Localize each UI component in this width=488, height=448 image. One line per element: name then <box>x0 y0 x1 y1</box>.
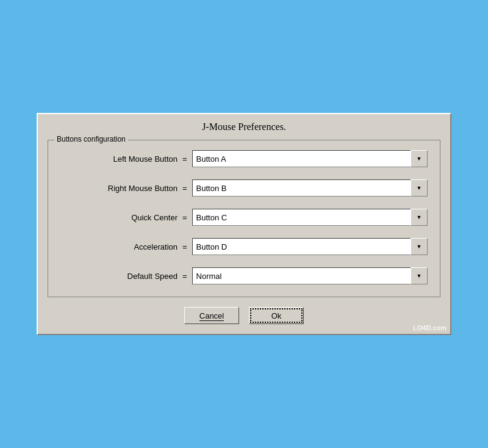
select-right-mouse-button[interactable]: Button AButton BButton CButton D <box>192 179 428 197</box>
equals-default-speed: = <box>182 272 187 281</box>
buttons-configuration-group: Buttons configuration Left Mouse Button=… <box>48 140 440 297</box>
button-row: Cancel Ok <box>48 307 440 324</box>
dialog-title: J-Mouse Preferences. <box>48 121 440 132</box>
label-acceleration: Acceleration <box>60 242 182 251</box>
label-right-mouse-button: Right Mouse Button <box>60 184 182 193</box>
equals-left-mouse-button: = <box>182 154 187 164</box>
label-default-speed: Default Speed <box>60 272 182 281</box>
select-quick-center[interactable]: Button AButton BButton CButton D <box>192 209 428 226</box>
equals-acceleration: = <box>182 242 187 251</box>
watermark: LO4D.com <box>413 324 447 331</box>
select-wrapper-default-speed: SlowNormalFast <box>192 267 428 284</box>
select-acceleration[interactable]: Button AButton BButton CButton D <box>192 238 428 255</box>
group-box-legend: Buttons configuration <box>54 135 128 143</box>
preferences-dialog: J-Mouse Preferences. Buttons configurati… <box>37 113 451 335</box>
label-left-mouse-button: Left Mouse Button <box>60 154 182 164</box>
equals-quick-center: = <box>182 213 187 222</box>
field-row-right-mouse-button: Right Mouse Button=Button AButton BButto… <box>60 179 428 197</box>
select-wrapper-left-mouse-button: Button AButton BButton CButton D <box>192 150 428 167</box>
select-wrapper-acceleration: Button AButton BButton CButton D <box>192 238 428 255</box>
field-row-quick-center: Quick Center=Button AButton BButton CBut… <box>60 209 428 226</box>
field-row-left-mouse-button: Left Mouse Button=Button AButton BButton… <box>60 150 428 167</box>
cancel-button[interactable]: Cancel <box>184 307 239 324</box>
select-default-speed[interactable]: SlowNormalFast <box>192 267 428 284</box>
field-row-default-speed: Default Speed=SlowNormalFast <box>60 267 428 284</box>
equals-right-mouse-button: = <box>182 184 187 193</box>
field-row-acceleration: Acceleration=Button AButton BButton CBut… <box>60 238 428 255</box>
ok-button[interactable]: Ok <box>249 307 304 324</box>
select-wrapper-quick-center: Button AButton BButton CButton D <box>192 209 428 226</box>
select-left-mouse-button[interactable]: Button AButton BButton CButton D <box>192 150 428 167</box>
select-wrapper-right-mouse-button: Button AButton BButton CButton D <box>192 179 428 197</box>
label-quick-center: Quick Center <box>60 213 182 222</box>
